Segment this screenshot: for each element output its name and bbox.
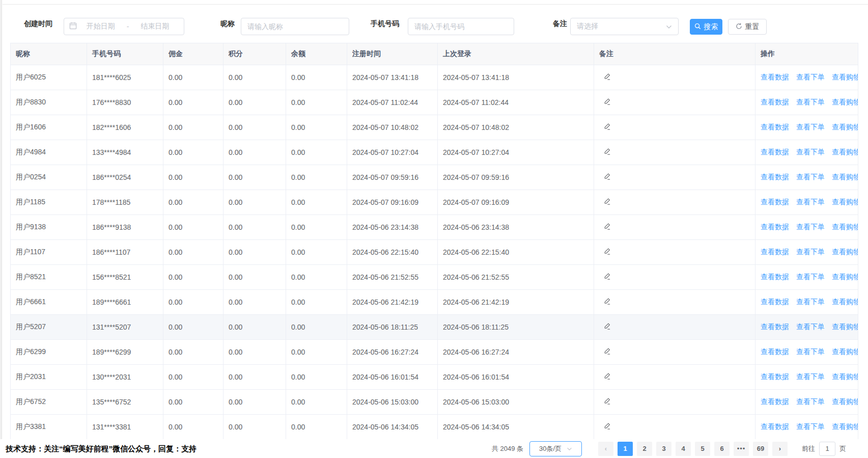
view-cart-link[interactable]: 查看购物车 xyxy=(832,98,858,106)
view-cart-link[interactable]: 查看购物车 xyxy=(832,298,858,306)
page-number-button[interactable]: 3 xyxy=(656,442,671,456)
view-data-link[interactable]: 查看数据 xyxy=(761,248,789,256)
view-cart-link[interactable]: 查看购物车 xyxy=(832,198,858,206)
phone-input[interactable] xyxy=(408,18,514,35)
page-number-button[interactable]: 69 xyxy=(753,442,768,456)
edit-remark-pencil-icon[interactable] xyxy=(603,73,611,82)
view-orders-link[interactable]: 查看下单 xyxy=(796,248,825,256)
view-orders-link[interactable]: 查看下单 xyxy=(796,397,825,406)
view-orders-link[interactable]: 查看下单 xyxy=(796,223,825,231)
view-data-link[interactable]: 查看数据 xyxy=(761,298,789,306)
cell-nickname: 用户0254 xyxy=(11,165,87,190)
view-orders-link[interactable]: 查看下单 xyxy=(796,298,825,306)
view-data-link[interactable]: 查看数据 xyxy=(761,123,789,131)
view-data-link[interactable]: 查看数据 xyxy=(761,148,789,156)
view-cart-link[interactable]: 查看购物车 xyxy=(832,173,858,181)
cell-nickname: 用户4984 xyxy=(11,140,87,165)
next-page-button[interactable]: › xyxy=(772,442,788,456)
nickname-label: 昵称 xyxy=(220,4,235,43)
view-data-link[interactable]: 查看数据 xyxy=(761,98,789,106)
view-orders-link[interactable]: 查看下单 xyxy=(796,322,825,331)
edit-remark-pencil-icon[interactable] xyxy=(603,422,611,432)
edit-remark-pencil-icon[interactable] xyxy=(603,223,611,232)
edit-remark-pencil-icon[interactable] xyxy=(603,347,611,357)
cell-nickname: 用户1606 xyxy=(11,115,87,140)
view-data-link[interactable]: 查看数据 xyxy=(761,422,789,430)
view-cart-link[interactable]: 查看购物车 xyxy=(832,248,858,256)
actions-cell: 查看数据查看下单查看购物车 xyxy=(755,265,858,290)
view-cart-link[interactable]: 查看购物车 xyxy=(832,397,858,406)
page-size-select[interactable]: 30条/页 xyxy=(529,441,582,456)
page-number-button[interactable]: 6 xyxy=(714,442,730,456)
search-button[interactable]: 搜索 xyxy=(690,19,722,35)
prev-page-button[interactable]: ‹ xyxy=(598,442,613,456)
cell-nickname: 用户6025 xyxy=(11,65,87,90)
view-data-link[interactable]: 查看数据 xyxy=(761,397,789,406)
edit-remark-pencil-icon[interactable] xyxy=(603,322,611,332)
edit-remark-pencil-icon[interactable] xyxy=(603,148,611,157)
edit-remark-pencil-icon[interactable] xyxy=(603,123,611,132)
more-pages-button[interactable]: ••• xyxy=(734,442,749,456)
view-orders-link[interactable]: 查看下单 xyxy=(796,73,825,81)
view-data-link[interactable]: 查看数据 xyxy=(761,73,789,81)
cell-balance: 0.00 xyxy=(286,365,347,390)
nickname-input[interactable] xyxy=(241,18,349,35)
view-orders-link[interactable]: 查看下单 xyxy=(796,198,825,206)
cell-commission: 0.00 xyxy=(163,365,223,390)
edit-remark-pencil-icon[interactable] xyxy=(603,273,611,282)
view-cart-link[interactable]: 查看购物车 xyxy=(832,273,858,281)
page-number-button[interactable]: 1 xyxy=(618,442,633,456)
end-date-placeholder[interactable]: 结束日期 xyxy=(131,22,179,31)
view-cart-link[interactable]: 查看购物车 xyxy=(832,73,858,81)
reset-button[interactable]: 重置 xyxy=(728,19,767,35)
cell-balance: 0.00 xyxy=(286,165,347,190)
goto-page-input[interactable] xyxy=(819,442,835,456)
view-data-link[interactable]: 查看数据 xyxy=(761,223,789,231)
view-cart-link[interactable]: 查看购物车 xyxy=(832,422,858,430)
view-orders-link[interactable]: 查看下单 xyxy=(796,173,825,181)
view-cart-link[interactable]: 查看购物车 xyxy=(832,372,858,381)
remark-select[interactable]: 请选择 xyxy=(570,18,679,35)
view-cart-link[interactable]: 查看购物车 xyxy=(832,223,858,231)
cell-remark xyxy=(594,190,755,215)
cell-register-time: 2024-05-06 22:15:40 xyxy=(347,240,438,265)
edit-remark-pencil-icon[interactable] xyxy=(603,248,611,257)
view-data-link[interactable]: 查看数据 xyxy=(761,347,789,356)
create-time-range-picker[interactable]: 开始日期 - 结束日期 xyxy=(64,18,184,35)
edit-remark-pencil-icon[interactable] xyxy=(603,198,611,207)
view-data-link[interactable]: 查看数据 xyxy=(761,372,789,381)
page-number-button[interactable]: 2 xyxy=(637,442,652,456)
view-orders-link[interactable]: 查看下单 xyxy=(796,123,825,131)
view-orders-link[interactable]: 查看下单 xyxy=(796,98,825,106)
left-edge-strip xyxy=(0,0,2,458)
edit-remark-pencil-icon[interactable] xyxy=(603,372,611,382)
edit-remark-pencil-icon[interactable] xyxy=(603,397,611,407)
view-cart-link[interactable]: 查看购物车 xyxy=(832,322,858,331)
view-data-link[interactable]: 查看数据 xyxy=(761,198,789,206)
view-orders-link[interactable]: 查看下单 xyxy=(796,347,825,356)
page-number-button[interactable]: 5 xyxy=(695,442,710,456)
view-orders-link[interactable]: 查看下单 xyxy=(796,148,825,156)
edit-remark-pencil-icon[interactable] xyxy=(603,98,611,107)
start-date-placeholder[interactable]: 开始日期 xyxy=(77,22,125,31)
view-data-link[interactable]: 查看数据 xyxy=(761,322,789,331)
cell-phone: 189****6661 xyxy=(87,290,163,315)
view-data-link[interactable]: 查看数据 xyxy=(761,173,789,181)
view-cart-link[interactable]: 查看购物车 xyxy=(832,148,858,156)
view-cart-link[interactable]: 查看购物车 xyxy=(832,123,858,131)
view-orders-link[interactable]: 查看下单 xyxy=(796,273,825,281)
view-data-link[interactable]: 查看数据 xyxy=(761,273,789,281)
cell-register-time: 2024-05-06 21:42:19 xyxy=(347,290,438,315)
view-orders-link[interactable]: 查看下单 xyxy=(796,372,825,381)
edit-remark-pencil-icon[interactable] xyxy=(603,298,611,307)
refresh-icon xyxy=(736,23,742,31)
cell-register-time: 2024-05-07 09:59:16 xyxy=(347,165,438,190)
cell-points: 0.00 xyxy=(223,290,286,315)
cell-remark xyxy=(594,65,755,90)
page-number-button[interactable]: 4 xyxy=(676,442,691,456)
edit-remark-pencil-icon[interactable] xyxy=(603,173,611,182)
view-cart-link[interactable]: 查看购物车 xyxy=(832,347,858,356)
actions-cell: 查看数据查看下单查看购物车 xyxy=(755,65,858,90)
cell-register-time: 2024-05-06 16:01:54 xyxy=(347,365,438,390)
view-orders-link[interactable]: 查看下单 xyxy=(796,422,825,430)
